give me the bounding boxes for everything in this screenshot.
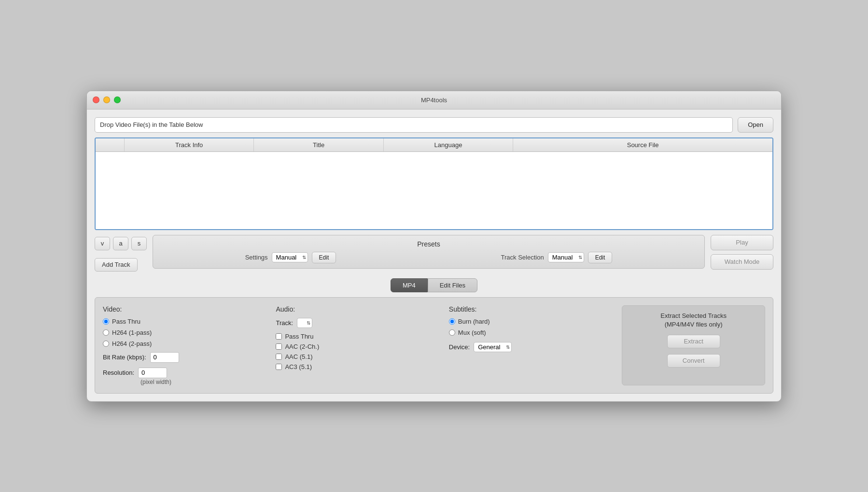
settings-select-wrapper[interactable]: Manual [272, 252, 308, 262]
video-section-title: Video: [103, 305, 266, 313]
main-window: MP4tools Drop Video File(s) in the Table… [86, 91, 782, 402]
audio-track-label: Track: [276, 319, 293, 327]
audio-aac-51-label: AAC (5.1) [285, 353, 312, 360]
device-select-wrapper[interactable]: General [474, 342, 512, 352]
audio-pass-thru-option[interactable]: Pass Thru [276, 333, 439, 340]
audio-aac-51-checkbox[interactable] [276, 354, 282, 360]
table-col-language: Language [384, 138, 513, 151]
extract-section-title: Extract Selected Tracks (MP4/M4V files o… [660, 312, 727, 329]
maximize-button[interactable] [114, 96, 121, 103]
controls-row: v a s Add Track Presets Settings Manu [95, 235, 773, 272]
extract-button[interactable]: Extract [667, 335, 720, 348]
table-body [96, 152, 772, 229]
bit-rate-label: Bit Rate (kbps): [103, 354, 146, 361]
tab-mp4[interactable]: MP4 [391, 278, 428, 292]
subtitles-radio-group: Burn (hard) Mux (soft) [449, 318, 612, 336]
settings-label: Settings [245, 254, 268, 261]
track-selection-select-wrapper[interactable]: Manual [548, 252, 584, 262]
close-button[interactable] [93, 96, 99, 103]
presets-inner: Settings Manual Edit Track Selection M [163, 252, 695, 263]
track-table: Track Info Title Language Source File [95, 137, 773, 230]
drop-placeholder-text: Drop Video File(s) in the Table Below [100, 121, 203, 128]
window-controls [93, 96, 121, 103]
table-col-title: Title [254, 138, 383, 151]
video-pass-thru-label: Pass Thru [112, 318, 140, 325]
resolution-row: Resolution: [103, 368, 266, 378]
window-title: MP4tools [421, 96, 447, 104]
audio-track-select-wrapper[interactable] [297, 318, 312, 328]
device-select[interactable]: General [474, 342, 512, 352]
extract-section: Extract Selected Tracks (MP4/M4V files o… [622, 305, 765, 385]
minimize-button[interactable] [103, 96, 110, 103]
audio-ac3-51-option[interactable]: AC3 (5.1) [276, 363, 439, 370]
video-h264-2pass-radio[interactable] [103, 341, 109, 347]
audio-aac-51-option[interactable]: AAC (5.1) [276, 353, 439, 360]
resolution-label: Resolution: [103, 369, 134, 376]
video-h264-1pass-option[interactable]: H264 (1-pass) [103, 329, 266, 336]
convert-button[interactable]: Convert [667, 354, 720, 368]
subtitle-track-button[interactable]: s [131, 237, 147, 250]
video-section: Video: Pass Thru H264 (1-pass) H264 (2-p… [103, 305, 266, 385]
open-button[interactable]: Open [738, 117, 773, 133]
resolution-input[interactable] [138, 368, 167, 378]
subtitles-burn-radio[interactable] [449, 318, 455, 325]
extract-title-line2: (MP4/M4V files only) [665, 321, 723, 328]
audio-aac-2ch-checkbox[interactable] [276, 343, 282, 350]
table-header: Track Info Title Language Source File [96, 138, 772, 152]
content-area: Drop Video File(s) in the Table Below Op… [87, 109, 781, 401]
bottom-panel: Video: Pass Thru H264 (1-pass) H264 (2-p… [95, 297, 773, 394]
table-col-check [96, 138, 125, 151]
pixel-note-row: (pixel width) [137, 378, 266, 385]
video-h264-2pass-label: H264 (2-pass) [112, 340, 152, 347]
settings-edit-button[interactable]: Edit [312, 252, 336, 263]
audio-track-button[interactable]: a [113, 237, 128, 250]
play-button[interactable]: Play [711, 235, 773, 250]
audio-pass-thru-label: Pass Thru [285, 333, 313, 340]
audio-aac-2ch-label: AAC (2-Ch.) [285, 343, 319, 350]
bit-rate-input[interactable] [150, 352, 179, 363]
titlebar: MP4tools [87, 91, 781, 109]
video-radio-group: Pass Thru H264 (1-pass) H264 (2-pass) [103, 318, 266, 347]
left-controls: v a s Add Track [95, 235, 147, 272]
tabs-row: MP4 Edit Files [95, 278, 773, 292]
video-h264-1pass-label: H264 (1-pass) [112, 329, 152, 336]
video-h264-1pass-radio[interactable] [103, 329, 109, 336]
audio-pass-thru-checkbox[interactable] [276, 333, 282, 340]
extract-title-line1: Extract Selected Tracks [660, 312, 727, 319]
audio-ac3-51-checkbox[interactable] [276, 364, 282, 370]
audio-section: Audio: Track: Pass Thru AAC (2-Ch.) [276, 305, 439, 385]
presets-title: Presets [163, 240, 695, 248]
add-track-button[interactable]: Add Track [95, 258, 138, 272]
video-track-button[interactable]: v [95, 237, 110, 250]
subtitles-burn-option[interactable]: Burn (hard) [449, 318, 612, 325]
video-pass-thru-option[interactable]: Pass Thru [103, 318, 266, 325]
audio-track-select[interactable] [297, 318, 312, 328]
table-col-track-info: Track Info [125, 138, 254, 151]
side-buttons: Play Watch Mode [711, 235, 773, 270]
settings-select[interactable]: Manual [272, 252, 308, 262]
settings-section: Settings Manual Edit [245, 252, 336, 263]
audio-aac-2ch-option[interactable]: AAC (2-Ch.) [276, 343, 439, 350]
add-track-row: Add Track [95, 258, 147, 272]
audio-track-row: Track: [276, 318, 439, 328]
subtitles-section: Subtitles: Burn (hard) Mux (soft) Device… [449, 305, 612, 385]
audio-ac3-51-label: AC3 (5.1) [285, 363, 312, 370]
video-pass-thru-radio[interactable] [103, 318, 109, 325]
table-col-source: Source File [513, 138, 772, 151]
bit-rate-row: Bit Rate (kbps): [103, 352, 266, 363]
video-h264-2pass-option[interactable]: H264 (2-pass) [103, 340, 266, 347]
audio-section-title: Audio: [276, 305, 439, 313]
tab-edit-files[interactable]: Edit Files [428, 278, 477, 292]
subtitles-mux-label: Mux (soft) [458, 329, 486, 336]
subtitles-mux-option[interactable]: Mux (soft) [449, 329, 612, 336]
device-row: Device: General [449, 342, 612, 352]
track-type-buttons: v a s [95, 237, 147, 250]
track-selection-edit-button[interactable]: Edit [588, 252, 613, 263]
subtitles-mux-radio[interactable] [449, 329, 455, 336]
track-selection-label: Track Selection [501, 254, 544, 261]
track-selection-select[interactable]: Manual [548, 252, 584, 262]
watch-mode-button[interactable]: Watch Mode [711, 254, 773, 270]
device-label: Device: [449, 343, 470, 351]
subtitles-burn-label: Burn (hard) [458, 318, 490, 325]
track-selection-section: Track Selection Manual Edit [501, 252, 613, 263]
